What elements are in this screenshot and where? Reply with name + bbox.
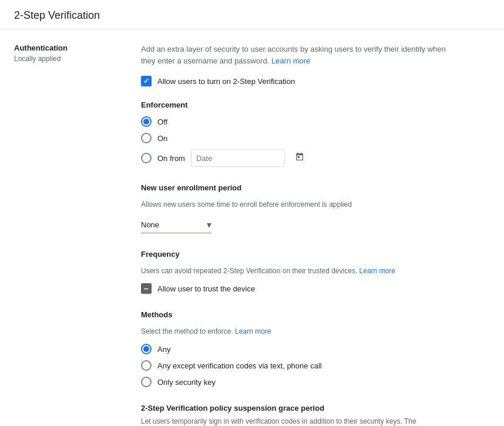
enforcement-onfrom-label: On from [157,154,185,163]
enforcement-section: Enforcement Off On On from [141,100,490,167]
frequency-checkbox-row: – Allow user to trust the device [141,283,490,294]
enrollment-desc: Allows new users some time to enroll bef… [141,199,490,210]
methods-anyexcept-row: Any except verification codes via text, … [141,360,490,371]
methods-title: Methods [141,310,490,319]
methods-section: Methods Select the method to enforce. Le… [141,310,490,387]
enforcement-onfrom-radio[interactable] [141,153,152,163]
date-input[interactable] [196,154,295,163]
allow-checkbox[interactable]: ✓ [141,76,152,86]
methods-radio-group: Any Any except verification codes via te… [141,344,490,387]
frequency-checkbox-label[interactable]: Allow user to trust the device [157,284,255,293]
enforcement-on-row: On [141,133,490,143]
methods-any-row: Any [141,344,490,354]
methods-learn-more-link[interactable]: Learn more [235,327,271,336]
main-description: Add an extra layer of security to user a… [141,43,446,66]
methods-any-radio[interactable] [141,344,152,354]
methods-anyexcept-label: Any except verification codes via text, … [157,361,322,370]
enrollment-title: New user enrollment period [141,183,490,192]
methods-anyexcept-radio[interactable] [141,360,152,371]
frequency-section: Frequency Users can avoid repeated 2-Ste… [141,250,490,294]
enrollment-section: New user enrollment period Allows new us… [141,183,490,233]
allow-checkbox-row: ✓ Allow users to turn on 2-Step Verifica… [141,76,490,86]
frequency-title: Frequency [141,250,490,259]
date-input-container[interactable] [191,149,285,167]
page-header: 2-Step Verification [0,0,504,29]
enforcement-on-radio[interactable] [141,133,152,143]
partial-check-icon: – [144,284,149,293]
sidebar-subtitle: Locally applied [14,55,132,63]
enforcement-off-label: Off [157,118,167,126]
methods-any-label: Any [157,345,170,354]
enforcement-radio-group: Off On On from [141,116,490,167]
enrollment-dropdown[interactable]: None ▾ [141,217,211,233]
description-learn-more-link[interactable]: Learn more [271,56,310,65]
enforcement-off-radio[interactable] [141,116,152,127]
policy-title: 2-Step Verification policy suspension gr… [141,404,490,412]
content-area: Authentication Locally applied Add an ex… [0,29,504,426]
radio-dot [143,119,149,125]
main-content: Add an extra layer of security to user a… [132,43,490,426]
enforcement-onfrom-row: On from [141,149,490,167]
frequency-checkbox[interactable]: – [141,283,152,294]
methods-desc: Select the method to enforce. Learn more [141,326,490,337]
sidebar-title: Authentication [14,43,132,52]
radio-dot-any [143,346,149,352]
enforcement-off-row: Off [141,116,490,127]
methods-securitykey-label: Only security key [157,378,216,387]
frequency-learn-more-link[interactable]: Learn more [359,267,395,275]
policy-section: 2-Step Verification policy suspension gr… [141,404,490,426]
methods-securitykey-row: Only security key [141,377,490,387]
page-title: 2-Step Verification [14,9,490,22]
checkmark-icon: ✓ [143,78,149,85]
sidebar: Authentication Locally applied [14,43,132,426]
enforcement-on-label: On [157,134,167,143]
methods-securitykey-radio[interactable] [141,377,152,387]
calendar-icon[interactable] [295,152,304,164]
frequency-desc: Users can avoid repeated 2-Step Verifica… [141,266,490,276]
allow-checkbox-label[interactable]: Allow users to turn on 2-Step Verificati… [157,77,295,86]
policy-desc: Let users temporarily sign in with verif… [141,416,435,426]
dropdown-arrow-icon: ▾ [207,219,211,230]
enrollment-dropdown-value: None [141,220,207,229]
enforcement-title: Enforcement [141,100,490,109]
